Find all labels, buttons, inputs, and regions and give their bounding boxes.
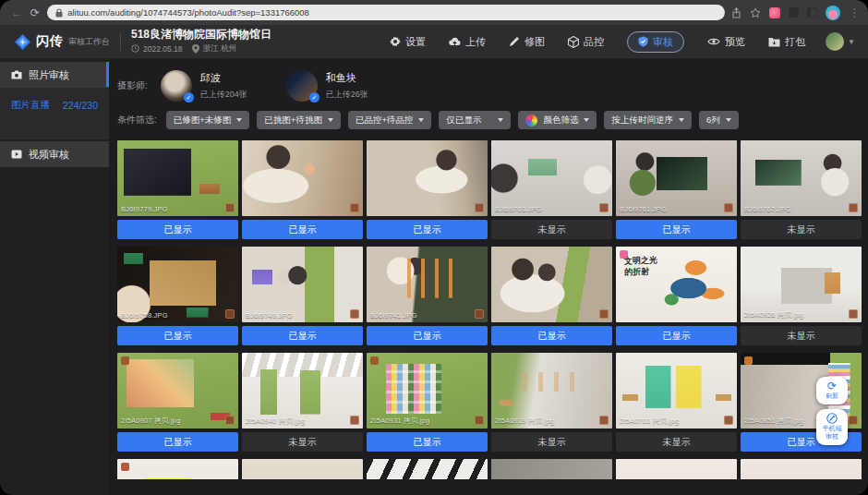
pen-icon bbox=[509, 36, 520, 47]
nav-settings[interactable]: 设置 bbox=[390, 35, 426, 49]
nav-label: 设置 bbox=[405, 35, 426, 49]
filter-pick-dropdown[interactable]: 已挑图+待挑图 bbox=[257, 111, 341, 129]
reload-icon[interactable]: ⟳ bbox=[30, 7, 42, 18]
nav-retouch[interactable]: 修图 bbox=[509, 35, 545, 49]
photo-thumb[interactable]: BJ6I9749.JPG bbox=[242, 247, 363, 322]
photo-stamp-icon bbox=[225, 309, 235, 319]
photo-thumb[interactable] bbox=[491, 247, 612, 322]
photo-status-button[interactable]: 已显示 bbox=[117, 220, 238, 239]
photo-status-button[interactable]: 已显示 bbox=[616, 326, 737, 345]
photographer-avatar: ✓ bbox=[161, 70, 192, 102]
photo-thumb[interactable]: BJ6I9758.JPG bbox=[117, 247, 238, 322]
photographer-card[interactable]: ✓ 邱波 已上传204张 bbox=[161, 70, 247, 102]
url-bar[interactable]: alituu.com/auditing/1074744573/photoAudi… bbox=[47, 5, 725, 20]
photo-thumb[interactable] bbox=[741, 459, 862, 479]
photo-thumb[interactable] bbox=[616, 459, 737, 479]
photo-status-button[interactable]: 未显示 bbox=[741, 326, 862, 345]
photo-thumb[interactable]: 文明之光 的折射 bbox=[616, 247, 737, 322]
photo-overlay-text: 文明之光 的折射 bbox=[624, 254, 658, 278]
photo-status-button[interactable]: 已显示 bbox=[367, 326, 488, 345]
photo-grid: BJ6I9779.JPG 已显示 已显示 已显示 BJ6I9763.JPG 未显… bbox=[117, 140, 868, 479]
photo-thumb[interactable]: 2I5A0940 拷贝.jpg bbox=[242, 353, 363, 429]
photo-stamp-icon bbox=[724, 203, 733, 212]
caret-down-icon bbox=[236, 118, 242, 122]
sidebar-item-photo-review[interactable]: 照片审核 bbox=[0, 62, 109, 88]
filter-columns-dropdown[interactable]: 6列 bbox=[699, 111, 739, 129]
photo-card bbox=[741, 459, 862, 479]
user-avatar[interactable] bbox=[826, 32, 844, 51]
photo-status-button[interactable]: 已显示 bbox=[117, 326, 238, 345]
sidebar-item-label: 照片审核 bbox=[29, 68, 69, 82]
share-icon[interactable] bbox=[731, 7, 741, 18]
photo-thumb[interactable]: BJ6I9741.JPG bbox=[367, 247, 488, 322]
photo-status-button[interactable]: 已显示 bbox=[117, 432, 238, 452]
filter-retouch-dropdown[interactable]: 已修图+未修图 bbox=[166, 111, 250, 129]
photo-status-button[interactable]: 已显示 bbox=[367, 220, 488, 239]
photo-card bbox=[242, 459, 363, 479]
extension-icon-pink[interactable] bbox=[769, 7, 780, 18]
nav-preview[interactable]: 预览 bbox=[707, 35, 745, 49]
nav-upload[interactable]: 上传 bbox=[449, 35, 486, 49]
refresh-button[interactable]: ⟳ 刷新 bbox=[816, 377, 848, 404]
sidebar-item-photo-live[interactable]: 图片直播 224/230 bbox=[11, 99, 98, 112]
filter-qc-dropdown[interactable]: 已品控+待品控 bbox=[348, 111, 432, 129]
filter-sort-dropdown[interactable]: 按上传时间逆序 bbox=[604, 111, 692, 129]
photo-thumb[interactable]: 2I5A0907 拷贝.jpg bbox=[117, 353, 238, 429]
photo-filename: 2I5A0701 拷贝.jpg bbox=[620, 417, 679, 426]
photo-filename: BJ6I9761.JPG bbox=[620, 205, 667, 213]
filter-visibility-dropdown[interactable]: 仅已显示 bbox=[439, 111, 511, 129]
photo-status-button[interactable]: 未显示 bbox=[242, 432, 363, 452]
photo-status-button[interactable]: 未显示 bbox=[491, 220, 612, 239]
photo-thumb[interactable] bbox=[491, 459, 612, 479]
mobile-review-button[interactable]: 手机端 审核 bbox=[816, 409, 848, 445]
photo-thumb[interactable] bbox=[367, 459, 488, 479]
photo-thumb[interactable] bbox=[367, 140, 488, 216]
browser-profile-avatar[interactable] bbox=[826, 6, 840, 20]
back-icon[interactable]: ← bbox=[11, 7, 23, 18]
photo-status-button[interactable]: 已显示 bbox=[491, 326, 612, 345]
filter-color-dropdown[interactable]: 颜色筛选 bbox=[518, 111, 597, 129]
photo-status-button[interactable]: 未显示 bbox=[491, 432, 612, 452]
nav-label: 上传 bbox=[465, 35, 486, 49]
photo-stamp-icon bbox=[475, 416, 484, 425]
nav-review[interactable]: 审核 bbox=[627, 31, 684, 53]
check-badge-icon: ✓ bbox=[309, 92, 319, 103]
photo-status-button[interactable]: 已显示 bbox=[242, 326, 363, 345]
photo-status-button[interactable]: 未显示 bbox=[741, 220, 862, 239]
photo-thumb[interactable] bbox=[242, 459, 363, 479]
photo-thumb[interactable]: 2I5A0919 拷贝.jpg bbox=[491, 353, 612, 429]
photo-thumb[interactable]: BJ6I9761.JPG bbox=[616, 140, 737, 216]
photo-thumb[interactable] bbox=[242, 140, 363, 216]
browser-menu-icon[interactable]: ⋮ bbox=[849, 7, 861, 18]
photo-card: 2I5A0919 拷贝.jpg 未显示 bbox=[491, 353, 612, 452]
photo-card: 2I5A0701 拷贝.jpg 未显示 bbox=[616, 353, 737, 452]
photo-card: 已显示 bbox=[242, 140, 363, 239]
extensions-puzzle-icon[interactable] bbox=[789, 7, 799, 18]
photo-card: BJ6I9767.JPG 未显示 bbox=[741, 140, 862, 239]
bookmark-star-icon[interactable] bbox=[750, 7, 761, 18]
photo-thumb[interactable]: BJ6I9763.JPG bbox=[491, 140, 612, 216]
photo-status-button[interactable]: 已显示 bbox=[242, 220, 363, 239]
chevron-down-icon[interactable]: ▼ bbox=[848, 38, 855, 46]
photographer-card[interactable]: ✓ 和鱼块 已上传26张 bbox=[286, 70, 368, 102]
photo-status-button[interactable]: 已显示 bbox=[616, 220, 737, 239]
sidebar-item-video-review[interactable]: 视频审核 bbox=[0, 141, 109, 167]
color-wheel-icon bbox=[525, 115, 537, 127]
photo-thumb[interactable]: 2I5A0931 拷贝.jpg bbox=[367, 353, 488, 429]
photo-thumb[interactable]: 2I5A0926 拷贝.jpg bbox=[741, 247, 862, 322]
photo-card: 2I5A0907 拷贝.jpg 已显示 bbox=[117, 353, 238, 452]
photo-status-button[interactable]: 已显示 bbox=[367, 432, 488, 452]
photo-stamp-icon bbox=[225, 203, 235, 212]
side-panel-icon[interactable] bbox=[807, 7, 817, 18]
photo-filename: 2I5A0931 拷贝.jpg bbox=[370, 417, 429, 426]
sidebar-subsection: 图片直播 224/230 bbox=[0, 88, 109, 139]
photo-thumb[interactable]: 2I5A0701 拷贝.jpg bbox=[616, 353, 737, 429]
photo-thumb[interactable]: BJ6I9767.JPG bbox=[741, 140, 862, 216]
photo-thumb[interactable]: BJ6I9779.JPG bbox=[117, 140, 238, 216]
photo-flag-badge bbox=[370, 356, 379, 365]
photo-status-button[interactable]: 未显示 bbox=[616, 432, 737, 452]
photo-thumb[interactable] bbox=[117, 459, 238, 479]
caret-down-icon bbox=[584, 118, 589, 122]
nav-package[interactable]: 打包 bbox=[768, 35, 805, 49]
nav-qc[interactable]: 品控 bbox=[568, 35, 604, 49]
